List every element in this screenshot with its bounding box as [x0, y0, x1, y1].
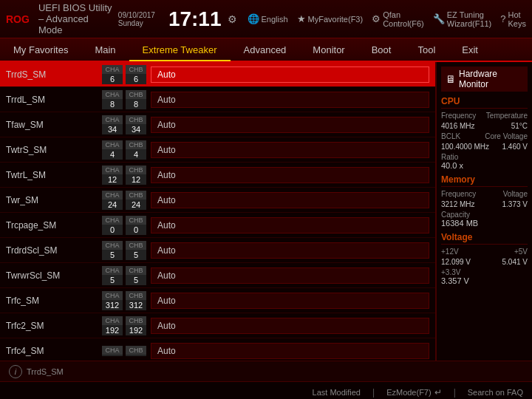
setting-value[interactable]: Auto	[151, 192, 429, 208]
rog-logo: ROG	[6, 13, 30, 25]
hw-memory-section: Memory	[441, 174, 528, 187]
setting-name: TwrwrScl_SM	[6, 270, 102, 281]
hw-ratio-label: Ratio	[441, 153, 528, 161]
hw-cpu-freq-row: Frequency Temperature	[441, 112, 528, 120]
settings-icon[interactable]: ⚙	[228, 13, 237, 25]
table-row[interactable]: Tfaw_SMCHA34CHB34Auto	[0, 112, 435, 137]
setting-channels: CHA12CHB12	[102, 166, 146, 185]
menu-tool[interactable]: Tool	[404, 38, 449, 61]
hw-mem-freq-row: Frequency Voltage	[441, 190, 528, 198]
setting-name: Twr_SM	[6, 195, 102, 205]
hw-mem-freq-val-row: 3212 MHz 1.373 V	[441, 200, 528, 208]
header-time: 17:11	[168, 7, 222, 31]
top-menu: My Favorites Main Extreme Tweaker Advanc…	[0, 38, 532, 62]
setting-channels: CHA312CHB312	[102, 291, 146, 310]
hw-bclk-row: BCLK Core Voltage	[441, 132, 528, 140]
setting-value[interactable]: Auto	[151, 92, 429, 108]
hw-cpu-freq-val-row: 4016 MHz 51°C	[441, 122, 528, 130]
table-row[interactable]: Trfc_SMCHA312CHB312Auto	[0, 288, 435, 313]
setting-value[interactable]: Auto	[151, 293, 429, 309]
setting-name: TrrdL_SM	[6, 95, 102, 105]
table-row[interactable]: TwrwrScl_SMCHA5CHB5Auto	[0, 263, 435, 288]
hw-monitor-panel: 🖥 Hardware Monitor CPU Frequency Tempera…	[436, 62, 532, 361]
help-icon: ?	[500, 13, 505, 24]
setting-value[interactable]: Auto	[151, 242, 429, 259]
hw-monitor-title: 🖥 Hardware Monitor	[441, 66, 528, 92]
setting-name: Trfc4_SM	[6, 346, 102, 356]
last-modified-label: Last Modified	[313, 388, 361, 397]
menu-monitor[interactable]: Monitor	[299, 38, 358, 61]
bios-title: UEFI BIOS Utility – Advanced Mode	[38, 2, 112, 35]
setting-channels: CHA6CHB6	[102, 65, 146, 84]
hw-v12-row: +12V +5V	[441, 248, 528, 256]
setting-channels: CHA8CHB8	[102, 90, 146, 109]
table-row[interactable]: TrrdL_SMCHA8CHB8Auto	[0, 87, 435, 112]
menu-advanced[interactable]: Advanced	[231, 38, 300, 61]
my-favorite-btn[interactable]: ★ MyFavorite(F3)	[297, 13, 364, 24]
table-row[interactable]: TwtrS_SMCHA4CHB4Auto	[0, 137, 435, 163]
settings-panel: TrrdS_SMCHA6CHB6AutoTrrdL_SMCHA8CHB8Auto…	[0, 62, 436, 361]
star-icon: ★	[297, 13, 306, 24]
hw-v33-label: +3.3V	[441, 268, 528, 276]
table-row[interactable]: TrrdS_SMCHA6CHB6Auto	[0, 62, 435, 87]
setting-value[interactable]: Auto	[151, 66, 429, 83]
main-content: TrrdS_SMCHA6CHB6AutoTrrdL_SMCHA8CHB8Auto…	[0, 62, 532, 361]
setting-name: TrdrdScl_SM	[6, 245, 102, 256]
ez-mode-btn[interactable]: EzMode(F7) ↵	[386, 387, 442, 398]
hw-voltage-section: Voltage	[441, 232, 528, 245]
setting-channels: CHA0CHB0	[102, 216, 146, 235]
setting-value[interactable]: Auto	[151, 217, 429, 233]
globe-icon: 🌐	[248, 13, 259, 24]
setting-channels: CHA34CHB34	[102, 115, 146, 134]
setting-channels: CHA5CHB5	[102, 241, 146, 260]
setting-channels: CHA5CHB5	[102, 266, 146, 285]
qfan-control-btn[interactable]: ⚙ Qfan Control(F6)	[372, 10, 424, 28]
setting-name: Trfc_SM	[6, 296, 102, 306]
fan-icon: ⚙	[372, 13, 381, 24]
hw-bclk-val-row: 100.4000 MHz 1.460 V	[441, 143, 528, 151]
search-faq-btn[interactable]: Search on FAQ	[468, 388, 523, 397]
hw-cpu-section: CPU	[441, 96, 528, 109]
setting-value[interactable]: Auto	[151, 142, 429, 158]
hw-v12-val-row: 12.099 V 5.041 V	[441, 258, 528, 266]
monitor-icon: 🖥	[446, 73, 456, 85]
ez-tuning-btn[interactable]: 🔧 EZ Tuning Wizard(F11)	[433, 10, 492, 28]
table-row[interactable]: Trfc2_SMCHA192CHB192Auto	[0, 313, 435, 338]
hw-v33-val: 3.357 V	[441, 276, 528, 285]
menu-exit[interactable]: Exit	[449, 38, 491, 61]
setting-value[interactable]: Auto	[151, 117, 429, 133]
setting-name: Trfc2_SM	[6, 321, 102, 331]
hw-ratio-val: 40.0 x	[441, 161, 528, 170]
menu-my-favorites[interactable]: My Favorites	[0, 38, 81, 61]
table-row[interactable]: TwtrL_SMCHA12CHB12Auto	[0, 163, 435, 188]
divider1: |	[372, 387, 375, 398]
divider2: |	[454, 387, 456, 398]
setting-name: TwtrS_SM	[6, 145, 102, 155]
setting-channels: CHA192CHB192	[102, 316, 146, 335]
table-row[interactable]: Twr_SMCHA24CHB24Auto	[0, 188, 435, 213]
setting-channels: CHACHB	[102, 346, 146, 356]
header-nav: 🌐 English ★ MyFavorite(F3) ⚙ Qfan Contro…	[248, 10, 526, 28]
table-row[interactable]: Trcpage_SMCHA0CHB0Auto	[0, 213, 435, 238]
hot-keys-btn[interactable]: ? Hot Keys	[500, 10, 526, 28]
hw-capacity-val: 16384 MB	[441, 219, 528, 228]
language-selector[interactable]: 🌐 English	[248, 13, 288, 24]
header-date: 09/10/2017 Sunday	[118, 11, 155, 27]
header: ROG UEFI BIOS Utility – Advanced Mode 09…	[0, 0, 532, 38]
setting-value[interactable]: Auto	[151, 318, 429, 334]
menu-boot[interactable]: Boot	[358, 38, 405, 61]
setting-channels: CHA24CHB24	[102, 191, 146, 210]
setting-value[interactable]: Auto	[151, 343, 429, 359]
info-bar: i TrrdS_SM	[0, 361, 532, 381]
menu-extreme-tweaker[interactable]: Extreme Tweaker	[129, 39, 231, 61]
setting-channels: CHA4CHB4	[102, 140, 146, 160]
setting-name: Tfaw_SM	[6, 120, 102, 130]
setting-value[interactable]: Auto	[151, 167, 429, 183]
table-row[interactable]: Trfc4_SMCHACHBAuto	[0, 338, 435, 361]
setting-name: Trcpage_SM	[6, 220, 102, 231]
hw-capacity-label: Capacity	[441, 211, 528, 219]
setting-name: TwtrL_SM	[6, 170, 102, 180]
menu-main[interactable]: Main	[81, 38, 129, 61]
setting-value[interactable]: Auto	[151, 267, 429, 284]
table-row[interactable]: TrdrdScl_SMCHA5CHB5Auto	[0, 238, 435, 263]
